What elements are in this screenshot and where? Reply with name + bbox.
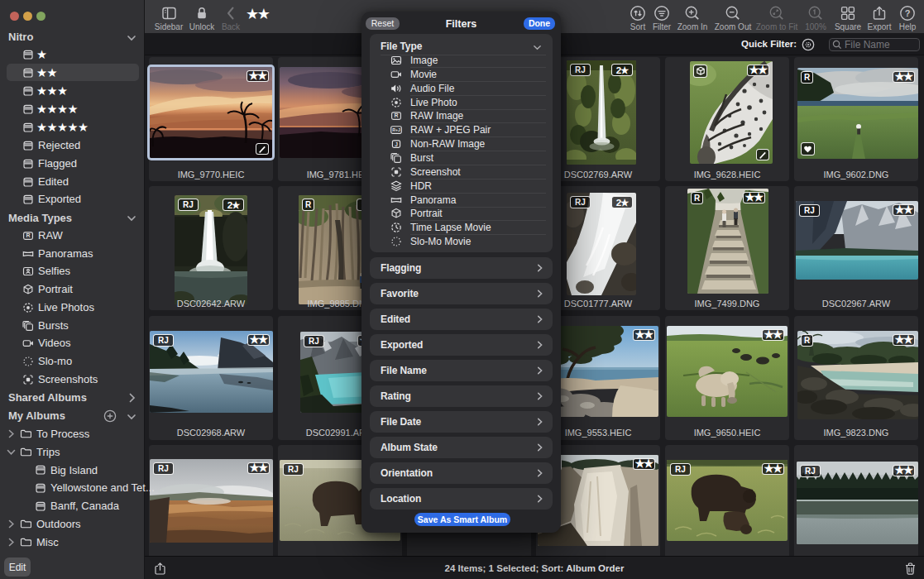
svg-text:?: ?: [905, 8, 911, 18]
